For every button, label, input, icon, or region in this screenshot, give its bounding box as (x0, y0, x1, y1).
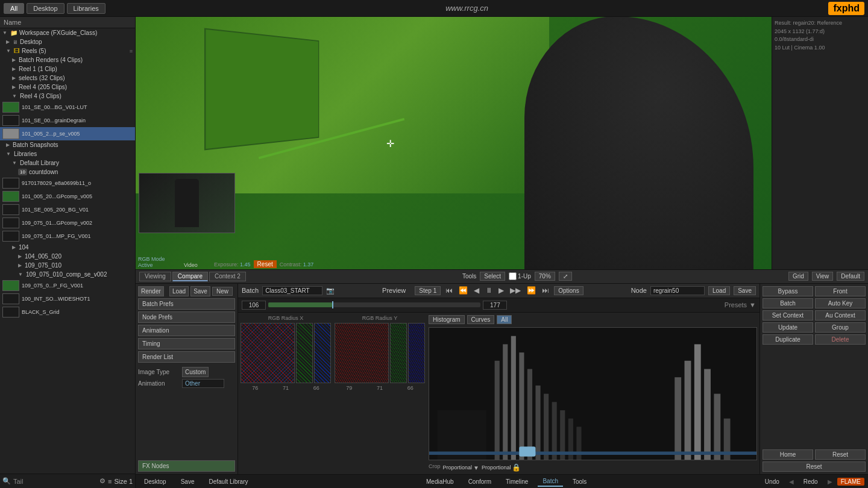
status-redo[interactable]: Redo (799, 477, 823, 486)
reset-btn[interactable]: Reset (254, 260, 277, 268)
list-icon[interactable]: ≡ (108, 478, 112, 485)
front-btn[interactable]: Front (815, 286, 866, 296)
clip-black-grid[interactable]: BLACK_S_Grid (0, 305, 135, 319)
folder-104[interactable]: ▶ 104 (0, 243, 135, 252)
clip-bg-v01[interactable]: 101_SE_005_200_BG_V01 (0, 203, 135, 216)
tab-viewing[interactable]: Viewing (139, 272, 171, 281)
reel1-item[interactable]: ▶ Reel 1 (1 Clip) (0, 64, 135, 74)
auto-key-btn[interactable]: Auto Key (815, 298, 866, 308)
animation-btn[interactable]: Animation (138, 325, 235, 336)
tab-timeline[interactable]: Timeline (501, 477, 533, 486)
default-btn[interactable]: Default (837, 272, 864, 281)
histogram-btn[interactable]: Histogram (429, 315, 465, 324)
snapshots-item[interactable]: ▶ Batch Snapshots (0, 140, 135, 149)
desktop-item[interactable]: ▶ 🖥 Desktop (0, 37, 135, 46)
fit-icon-btn[interactable]: ⤢ (559, 272, 572, 281)
load-btn[interactable]: Load (169, 286, 189, 296)
new-btn[interactable]: New (212, 287, 233, 296)
all-btn[interactable]: All (497, 315, 512, 324)
transport-prev-frame[interactable]: ⏪ (458, 286, 469, 295)
render-list-btn[interactable]: Render List (138, 351, 235, 363)
select-btn[interactable]: Select (480, 272, 505, 281)
load-node-btn[interactable]: Load (708, 286, 730, 295)
step1-btn[interactable]: Step 1 (415, 286, 441, 295)
node-prefs-btn[interactable]: Node Prefs (138, 311, 235, 323)
workspace-item[interactable]: ▼ 📁 Workspace (FXGuide_Class) (0, 28, 135, 37)
clip-se[interactable]: 101_005_2...p_se_v005 (0, 127, 135, 140)
tab-compare[interactable]: Compare (172, 272, 208, 281)
folder-comp-se[interactable]: ▼ 109_075_010_comp_se_v002 (0, 270, 135, 279)
batch-ctrl-btn[interactable]: Batch (763, 298, 813, 308)
fx-nodes-btn[interactable]: FX Nodes (138, 460, 235, 472)
transport-next[interactable]: ⏩ (526, 286, 537, 295)
zoom-btn[interactable]: 70% (535, 272, 555, 281)
transport-skip-start[interactable]: ⏮ (444, 286, 454, 295)
update-btn[interactable]: Update (763, 322, 813, 333)
set-context-btn[interactable]: Set Context (763, 310, 813, 321)
clip-gpcomp2[interactable]: 109_075_01...GPcomp_v002 (0, 216, 135, 230)
tab-mediahub[interactable]: MediaHub (421, 477, 459, 486)
selects-item[interactable]: ▶ selects (32 Clips) (0, 74, 135, 83)
delete-btn[interactable]: Delete (815, 334, 866, 345)
custom-btn[interactable]: Custom (182, 367, 209, 377)
clip-fg-v001[interactable]: 109_075_0...P_FG_V001 (0, 279, 135, 292)
status-undo[interactable]: Undo (760, 477, 784, 486)
clip-lut[interactable]: 101_SE_00...BG_V01-LUT (0, 101, 135, 114)
transport-play[interactable]: ▶ (497, 286, 505, 295)
settings-icon[interactable]: ⚙ (99, 477, 105, 485)
status-save[interactable]: Save (176, 477, 200, 486)
other-input[interactable] (182, 379, 224, 388)
class-field[interactable] (262, 286, 322, 295)
group-btn[interactable]: Group (815, 322, 866, 333)
presets-chevron[interactable]: ▼ (749, 301, 756, 308)
grid-btn[interactable]: Grid (788, 272, 808, 281)
reel4-3-item[interactable]: ▼ Reel 4 (3 Clips) (0, 92, 135, 101)
reels-item[interactable]: ▼ 🎞 Reels (5) ≡ (0, 46, 135, 55)
clip-e8a[interactable]: 9170178029_e8a0699b11_o (0, 177, 135, 190)
status-default-lib[interactable]: Default Library (204, 477, 253, 486)
options-btn[interactable]: Options (554, 286, 583, 295)
curves-btn[interactable]: Curves (467, 315, 495, 324)
tab-batch[interactable]: Batch (538, 477, 563, 487)
reset2-btn[interactable]: Reset (763, 461, 866, 472)
transport-skip-end[interactable]: ⏭ (541, 286, 550, 295)
clip-wideshot[interactable]: 100_INT_SO...WIDESHOT1 (0, 292, 135, 305)
node-name-field[interactable] (650, 286, 705, 295)
timeline-bar[interactable] (268, 302, 480, 307)
reels-menu[interactable]: ≡ (130, 48, 133, 54)
save-btn[interactable]: Save (190, 286, 210, 296)
save-node-btn[interactable]: Save (734, 286, 756, 295)
search-icon[interactable]: 🔍 (2, 477, 11, 485)
tab-all[interactable]: All (4, 3, 24, 14)
render-btn[interactable]: Render (138, 286, 164, 296)
timing-btn[interactable]: Timing (138, 338, 235, 349)
reset-ctrl-btn[interactable]: Reset (815, 449, 866, 460)
tab-desktop[interactable]: Desktop (27, 3, 64, 14)
batch-prefs-btn[interactable]: Batch Prefs (138, 298, 235, 310)
lock-icon[interactable]: 🔒 (512, 463, 521, 472)
clip-degrain[interactable]: 101_SE_00...grainDegrain (0, 114, 135, 127)
batch-renders-item[interactable]: ▶ Batch Renders (4 Clips) (0, 55, 135, 64)
tab-conform[interactable]: Conform (464, 477, 496, 486)
clip-gpcomp[interactable]: 101_005_20...GPcomp_v005 (0, 190, 135, 203)
camera-icon[interactable]: 📷 (326, 287, 335, 295)
au-context-btn[interactable]: Au Context (815, 310, 866, 321)
prop-chevron[interactable]: ▼ (473, 465, 479, 471)
tc-out[interactable]: 177 (483, 301, 507, 310)
home-btn[interactable]: Home (763, 449, 813, 460)
clip-mp-fg[interactable]: 109_075_01...MP_FG_V001 (0, 230, 135, 243)
folder-104-020[interactable]: ▶ 104_005_020 (0, 252, 135, 261)
tab-tools[interactable]: Tools (568, 477, 591, 486)
tab-libraries[interactable]: Libraries (67, 3, 105, 14)
transport-back[interactable]: ◀ (473, 286, 480, 295)
1up-check[interactable] (509, 272, 517, 280)
default-lib-item[interactable]: ▼ Default Library (0, 158, 135, 167)
status-desktop[interactable]: Desktop (139, 477, 171, 486)
folder-109-010[interactable]: ▶ 109_075_010 (0, 261, 135, 270)
countdown-item[interactable]: 10 countdown (0, 167, 135, 177)
reel4-205-item[interactable]: ▶ Reel 4 (205 Clips) (0, 83, 135, 92)
transport-pause[interactable]: ⏸ (484, 286, 494, 295)
transport-fwd[interactable]: ▶▶ (509, 286, 522, 295)
main-viewer[interactable]: ✛ RGB Mode Active Video (136, 17, 772, 269)
tab-context2[interactable]: Context 2 (209, 272, 246, 281)
